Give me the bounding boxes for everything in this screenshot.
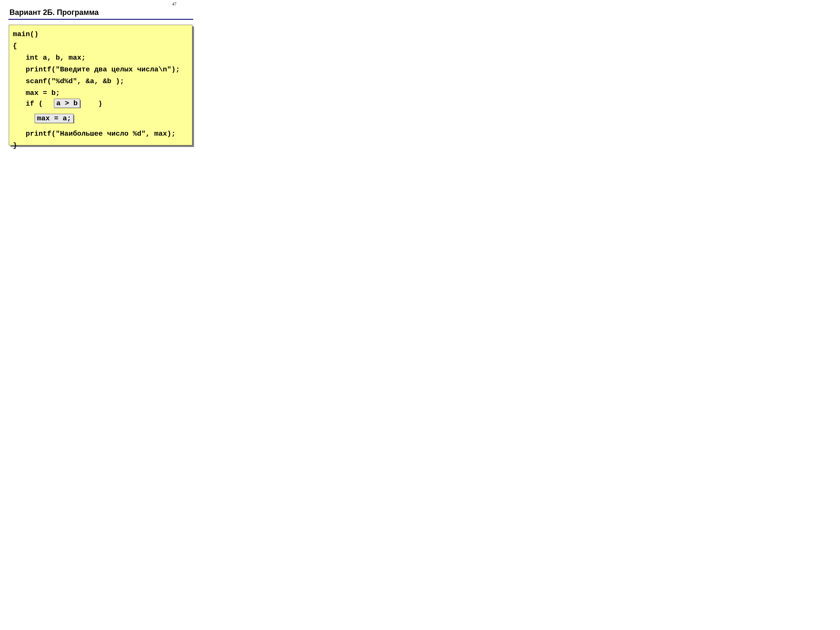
code-line-3: int a, b, max; xyxy=(13,52,188,64)
code-line-7: if ( a > b ) xyxy=(13,99,188,113)
page-number: 47 xyxy=(172,2,177,6)
code-line-10: } xyxy=(13,140,188,151)
if-right: ) xyxy=(85,100,103,108)
code-line-8: max = a; xyxy=(13,113,188,128)
condition-box-wrap: a > b xyxy=(54,99,80,107)
code-block: main() { int a, b, max; printf("Введите … xyxy=(9,25,193,145)
code-line-5: scanf("%d%d", &a, &b ); xyxy=(13,76,188,88)
title-underline xyxy=(8,19,193,20)
assign-box-wrap: max = a; xyxy=(35,114,74,122)
assign-box: max = a; xyxy=(35,114,74,123)
if-left: if ( xyxy=(13,100,47,108)
code-line-4: printf("Введите два целых числа\n"); xyxy=(13,64,188,76)
condition-box: a > b xyxy=(54,99,80,108)
code-line-2: { xyxy=(13,41,188,52)
code-line-9: printf("Наибольшее число %d", max); xyxy=(13,128,188,140)
code-line-1: main() xyxy=(13,29,188,41)
page-title: Вариант 2Б. Программа xyxy=(9,8,99,17)
code-line-6: max = b; xyxy=(13,88,188,99)
